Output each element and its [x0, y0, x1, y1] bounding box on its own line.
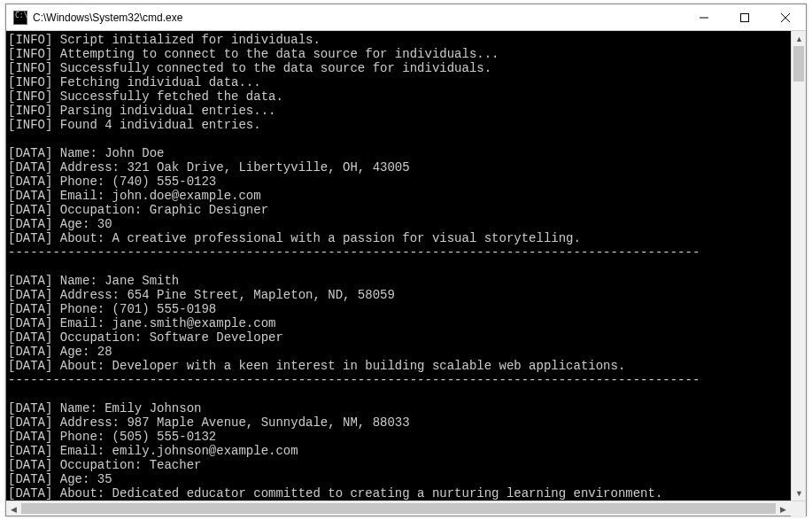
svg-rect-1 — [741, 13, 749, 21]
titlebar[interactable]: C:\Windows\System32\cmd.exe — [6, 4, 806, 31]
console-output[interactable]: [INFO] Script initialized for individual… — [6, 31, 791, 501]
scroll-right-arrow-icon[interactable]: ▶ — [776, 501, 791, 516]
scroll-left-arrow-icon[interactable]: ◀ — [6, 501, 21, 516]
close-icon — [781, 13, 790, 22]
minimize-icon — [700, 13, 708, 22]
cmd-icon — [13, 11, 27, 25]
scroll-up-arrow-icon[interactable]: ▲ — [792, 31, 807, 46]
scroll-down-arrow-icon[interactable]: ▼ — [792, 485, 807, 501]
scrollbar-corner — [791, 501, 806, 516]
minimize-button[interactable] — [684, 4, 724, 30]
horizontal-scrollbar[interactable]: ◀ ▶ — [6, 501, 806, 516]
vertical-scrollbar[interactable]: ▲ ▼ — [791, 31, 806, 501]
close-button[interactable] — [765, 4, 806, 30]
horizontal-scroll-thumb[interactable] — [21, 503, 776, 514]
maximize-button[interactable] — [724, 4, 765, 30]
window-controls — [684, 4, 806, 30]
window-title: C:\Windows\System32\cmd.exe — [33, 12, 684, 24]
console-wrap: [INFO] Script initialized for individual… — [6, 31, 806, 501]
vertical-scroll-thumb[interactable] — [793, 46, 804, 81]
cmd-window: C:\Windows\System32\cmd.exe [INFO] Scrip… — [5, 4, 807, 516]
maximize-icon — [740, 13, 749, 22]
client-area: [INFO] Script initialized for individual… — [6, 31, 806, 516]
